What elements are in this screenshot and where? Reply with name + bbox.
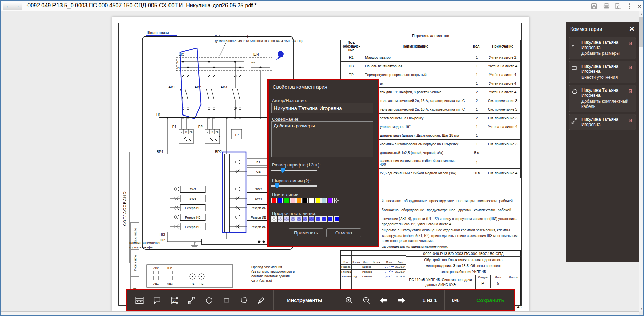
next-page-icon[interactable]: [396, 295, 406, 306]
menu-kebab-icon[interactable]: [626, 2, 634, 10]
search-document-icon[interactable]: [614, 2, 622, 10]
main-area: СОГЛАСОВАНО Взам. инв. № Подп. и дата 00…: [1, 11, 643, 315]
delete-comment-icon[interactable]: [628, 88, 633, 95]
color-swatch[interactable]: [328, 198, 333, 203]
color-swatch[interactable]: [303, 198, 308, 203]
pencil-tool-icon[interactable]: [256, 295, 266, 306]
cancel-button[interactable]: Отмена: [326, 228, 361, 237]
opacity-swatch[interactable]: [278, 216, 283, 222]
br1-label: БР1: [157, 150, 163, 154]
opacity-swatch[interactable]: [303, 216, 308, 222]
comment-item[interactable]: Никулина Татьяна Игоревна Добавить разме…: [569, 37, 636, 59]
opacity-swatch[interactable]: [321, 216, 327, 222]
shs-label: ШС: [179, 53, 184, 57]
opacity-swatch[interactable]: [334, 216, 339, 222]
drawing-note: ещаемое в шкафу связи оснащённое отдельн…: [382, 228, 510, 232]
line-width-slider-handle[interactable]: [275, 183, 279, 188]
instruments-menu[interactable]: Инструменты: [274, 290, 336, 310]
color-swatch-transparent[interactable]: [334, 198, 339, 203]
col-header-pos: Поз. обозначе- ние: [341, 40, 362, 53]
close-window-icon[interactable]: [636, 2, 643, 10]
comment-item[interactable]: Никулина Татьяна Игоревна Добавить компл…: [569, 85, 636, 112]
delete-comment-icon[interactable]: [628, 117, 633, 124]
comment-content: Внести уточнения: [581, 75, 631, 80]
shi-bus-box: [249, 58, 272, 71]
rectangle-tool-icon[interactable]: [221, 295, 232, 306]
svg-text:Р2: Р2: [200, 282, 204, 285]
sign-name: Иванов: [362, 270, 383, 273]
forward-button[interactable]: →: [13, 2, 22, 10]
close-panel-icon[interactable]: ✕: [629, 25, 635, 33]
rev-header: Кол.уч.: [351, 261, 362, 263]
color-swatch[interactable]: [296, 198, 302, 203]
table-row: R1Маршрутизатор1Учтён на листе 2: [341, 53, 521, 62]
color-swatch[interactable]: [278, 198, 283, 203]
font-size-slider-handle[interactable]: [281, 168, 285, 173]
rectangle-icon: [571, 65, 578, 73]
cable-note-line2: (учтён в 0092.049.Р.13.5/0.0003.ПС.000.4…: [215, 39, 303, 43]
sv-box-label: СВ: [256, 170, 261, 173]
sw1-box-label: SW1: [189, 188, 196, 191]
opacity-swatch[interactable]: [290, 216, 296, 222]
av3-label: АВ3: [221, 85, 227, 89]
print-icon[interactable]: [603, 2, 610, 10]
signature: [384, 270, 395, 274]
author-input[interactable]: [271, 103, 373, 113]
opacity-swatch[interactable]: [296, 216, 302, 222]
previous-page-icon[interactable]: [379, 295, 389, 306]
save-button[interactable]: Сохранить: [467, 290, 514, 310]
back-button[interactable]: ←: [3, 2, 13, 10]
horizontal-scrollbar[interactable]: [1, 311, 639, 315]
ground-note-line: ОПУ (см. п.5): [251, 279, 272, 282]
color-swatch[interactable]: [290, 198, 296, 203]
opacity-swatch[interactable]: [271, 216, 277, 222]
dialog-title: Свойства комментария: [269, 80, 378, 93]
comment-content: Добавить размеры: [581, 51, 631, 56]
scroll-down-icon[interactable]: ▼: [639, 307, 644, 310]
delete-comment-icon[interactable]: [628, 40, 633, 47]
delete-comment-icon[interactable]: [628, 64, 633, 71]
rev-header: Дата: [395, 261, 406, 263]
vertical-scrollbar[interactable]: ▲ ▼: [639, 11, 643, 311]
zoom-in-icon[interactable]: [344, 295, 354, 306]
scrollbar-thumb[interactable]: [639, 17, 643, 47]
color-swatch[interactable]: [309, 198, 314, 203]
sw3-box-label: SW3: [189, 197, 196, 200]
textbox-tool-icon[interactable]: A: [169, 295, 180, 306]
apply-button[interactable]: Применить: [289, 228, 323, 237]
svg-text:L: L: [207, 130, 208, 133]
font-size-slider[interactable]: [271, 170, 317, 171]
save-icon[interactable]: [590, 2, 598, 10]
rectangle-annotation[interactable]: [222, 152, 246, 233]
content-textarea[interactable]: Добавить размеры: [271, 121, 373, 157]
color-swatch[interactable]: [321, 198, 327, 203]
comment-bubble-annotation[interactable]: [276, 51, 284, 60]
color-swatch[interactable]: [315, 198, 321, 203]
opacity-swatch[interactable]: [284, 216, 289, 222]
bus-n-label: N: [177, 66, 180, 69]
stamp-podp: Подп. и дата: [134, 255, 137, 271]
col-header-qty: Кол.: [469, 40, 485, 53]
polygon-icon: [571, 88, 578, 97]
comment-item[interactable]: Никулина Татьяна Игоревна: [569, 114, 636, 130]
shs-bus-box: [176, 58, 247, 71]
font-size-label: Размер шрифта (12пт):: [272, 162, 321, 168]
measure-tool-icon[interactable]: [134, 295, 145, 306]
opacity-swatch[interactable]: [315, 216, 321, 222]
opacity-swatch[interactable]: [328, 216, 333, 222]
tr-label: ТР: [234, 133, 239, 136]
drawing-note: пределительного 19", учтенного на листе …: [382, 222, 452, 226]
color-swatch[interactable]: [271, 198, 277, 203]
color-swatch[interactable]: [284, 198, 289, 203]
document-title: -0092.049.Р.13.5_0.0003.ПС.000.4507.150-…: [26, 2, 256, 9]
zoom-out-icon[interactable]: [361, 295, 372, 306]
polygon-tool-icon[interactable]: [239, 295, 249, 306]
polyline-tool-icon[interactable]: [187, 295, 197, 306]
line-width-slider[interactable]: [271, 185, 317, 187]
opacity-swatch[interactable]: [309, 216, 314, 222]
comment-tool-icon[interactable]: [152, 295, 162, 306]
signature: [384, 275, 395, 279]
circle-tool-icon[interactable]: [204, 295, 214, 306]
comment-item[interactable]: Никулина Татьяна Игоревна Внести уточнен…: [569, 61, 636, 83]
scroll-up-icon[interactable]: ▲: [639, 12, 644, 16]
